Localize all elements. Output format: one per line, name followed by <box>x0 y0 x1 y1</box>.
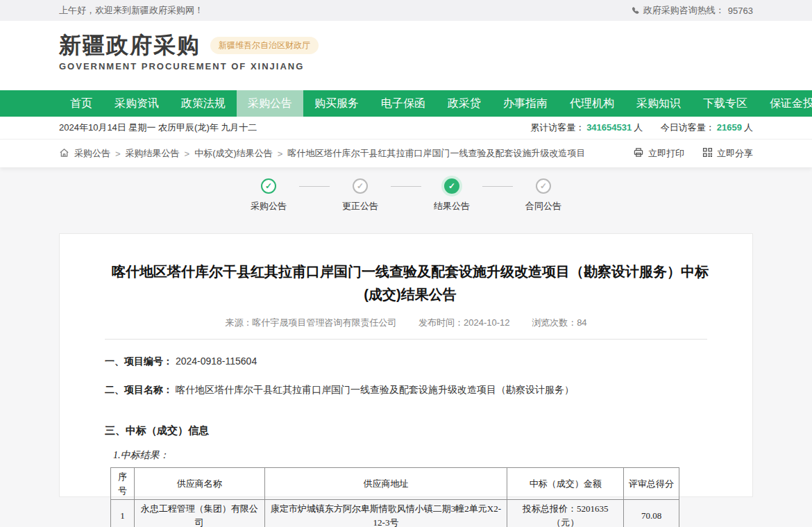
table-row: 1 永忠工程管理（集团）有限公司 康定市炉城镇东方阿尔卑斯情歌风情小镇二期3幢2… <box>111 500 679 527</box>
hotline-number: 95763 <box>728 6 753 16</box>
project-name-value: 喀什地区塔什库尔干县红其拉甫口岸国门一线查验及配套设施升级改造项目（勘察设计服务… <box>176 384 574 395</box>
project-number-value: 2024-0918-115604 <box>176 355 257 367</box>
check-icon: ✓ <box>444 178 459 194</box>
date-text: 2024年10月14日 星期一 农历甲辰(龙)年 九月十二 <box>59 122 257 134</box>
share-label: 立即分享 <box>717 147 753 160</box>
col-header-review-score: 评审总得分 <box>624 468 679 500</box>
finance-dept-badge: 新疆维吾尔自治区财政厅 <box>210 37 319 54</box>
print-label: 立即打印 <box>648 147 684 160</box>
breadcrumb-item-announcements[interactable]: 采购公告 <box>74 147 110 160</box>
project-name-line: 二、项目名称： 喀什地区塔什库尔干县红其拉甫口岸国门一线查验及配套设施升级改造项… <box>105 384 707 396</box>
breadcrumb-separator: > <box>185 149 190 159</box>
nav-item-announcements[interactable]: 采购公告 <box>237 90 303 117</box>
top-utility-bar: 上午好，欢迎来到新疆政府采购网！ 政府采购咨询热线： 95763 <box>0 0 812 21</box>
award-result-table: 序号 供应商名称 供应商地址 中标（成交）金额 评审总得分 1 永忠工程管理（集… <box>110 467 679 527</box>
project-number-line: 一、项目编号： 2024-0918-115604 <box>105 355 707 368</box>
today-visitors-value: 21659 <box>717 122 742 133</box>
today-visitors-label: 今日访客量： <box>661 122 715 133</box>
check-icon: ✓ <box>261 178 276 194</box>
project-name-label: 二、项目名称： <box>105 384 173 395</box>
hotline-label: 政府采购咨询热线： <box>643 4 725 17</box>
breadcrumb: 采购公告 > 采购结果公告 > 中标(成交)结果公告 > 喀什地区塔什库尔干县红… <box>59 147 586 160</box>
step-result-announcement[interactable]: ✓ 结果公告 <box>432 178 472 212</box>
site-header: 新疆政府采购 新疆维吾尔自治区财政厅 GOVERNMENT PROCUREMEN… <box>0 21 812 90</box>
nav-item-service-guide[interactable]: 办事指南 <box>492 90 559 117</box>
award-result-label: 1.中标结果： <box>113 449 707 462</box>
step-procurement-announcement[interactable]: ✓ 采购公告 <box>248 178 289 212</box>
step-correction-announcement[interactable]: ✓ 更正公告 <box>340 178 380 212</box>
printer-icon <box>633 147 644 160</box>
total-visitors-value: 341654531 <box>586 122 632 133</box>
col-header-supplier-address: 供应商地址 <box>264 468 507 500</box>
award-info-heading: 三、中标（成交）信息 <box>105 424 707 437</box>
view-count-text: 浏览次数：84 <box>532 317 586 328</box>
info-bar: 2024年10月14日 星期一 农历甲辰(龙)年 九月十二 累计访客量：3416… <box>0 117 812 140</box>
main-nav: 首页 采购资讯 政策法规 采购公告 购买服务 电子保函 政采贷 办事指南 代理机… <box>0 90 812 117</box>
step-connector <box>299 186 330 187</box>
breadcrumb-item-current: 喀什地区塔什库尔干县红其拉甫口岸国门一线查验及配套设施升级改造项目（勘察设计服务… <box>287 147 586 160</box>
announcement-card: 喀什地区塔什库尔干县红其拉甫口岸国门一线查验及配套设施升级改造项目（勘察设计服务… <box>59 233 753 497</box>
step-connector <box>391 186 421 187</box>
step-contract-announcement[interactable]: ✓ 合同公告 <box>523 178 564 212</box>
breadcrumb-bar: 采购公告 > 采购结果公告 > 中标(成交)结果公告 > 喀什地区塔什库尔干县红… <box>0 140 812 167</box>
nav-item-purchase-services[interactable]: 购买服务 <box>303 90 370 117</box>
nav-item-policies[interactable]: 政策法规 <box>170 90 237 117</box>
meta-divider <box>105 339 707 340</box>
announcement-progress: ✓ 采购公告 ✓ 更正公告 ✓ 结果公告 ✓ 合同公告 <box>0 167 812 219</box>
visitor-stats: 累计访客量：341654531人 今日访客量：21659人 <box>530 122 753 134</box>
breadcrumb-item-award-results[interactable]: 中标(成交)结果公告 <box>194 147 273 160</box>
nav-item-e-guarantee[interactable]: 电子保函 <box>370 90 437 117</box>
announcement-title: 喀什地区塔什库尔干县红其拉甫口岸国门一线查验及配套设施升级改造项目（勘察设计服务… <box>105 260 716 306</box>
nav-item-procurement-news[interactable]: 采购资讯 <box>103 90 170 117</box>
share-button[interactable]: 立即分享 <box>702 147 753 160</box>
site-logo[interactable]: 新疆政府采购 <box>59 33 201 58</box>
nav-item-gov-loan[interactable]: 政采贷 <box>437 90 492 117</box>
total-visitors-unit: 人 <box>634 122 643 133</box>
home-icon[interactable] <box>59 148 69 160</box>
nav-item-home[interactable]: 首页 <box>59 90 103 117</box>
print-button[interactable]: 立即打印 <box>633 147 684 160</box>
cell-supplier-address: 康定市炉城镇东方阿尔卑斯情歌风情小镇二期3幢2单元X2-12-3号 <box>264 500 507 527</box>
cell-review-score: 70.08 <box>624 500 679 527</box>
today-visitors-unit: 人 <box>744 122 753 133</box>
site-subtitle-en: GOVERNMENT PROCUREMENT OF XINJIANG <box>59 61 753 72</box>
phone-icon <box>631 6 640 15</box>
breadcrumb-item-result-announcements[interactable]: 采购结果公告 <box>126 147 180 160</box>
col-header-supplier-name: 供应商名称 <box>134 468 264 500</box>
col-header-award-amount: 中标（成交）金额 <box>507 468 624 500</box>
nav-item-knowledge[interactable]: 采购知识 <box>625 90 692 117</box>
nav-item-deposit-complaint[interactable]: 保证金投诉 <box>759 90 812 117</box>
cell-supplier-name: 永忠工程管理（集团）有限公司 <box>134 500 264 527</box>
publish-date-text: 发布时间：2024-10-12 <box>418 317 510 328</box>
source-text: 来源：喀什宇晟项目管理咨询有限责任公司 <box>225 317 396 328</box>
project-number-label: 一、项目编号： <box>105 355 173 367</box>
cell-index: 1 <box>111 500 135 527</box>
nav-item-downloads[interactable]: 下载专区 <box>692 90 759 117</box>
hotline: 政府采购咨询热线： 95763 <box>631 4 753 17</box>
qr-share-icon <box>702 147 713 160</box>
nav-item-agencies[interactable]: 代理机构 <box>559 90 625 117</box>
table-header-row: 序号 供应商名称 供应商地址 中标（成交）金额 评审总得分 <box>111 468 679 500</box>
cell-award-amount: 投标总报价：5201635（元） <box>507 500 624 527</box>
breadcrumb-separator: > <box>278 149 283 159</box>
check-icon: ✓ <box>353 178 368 194</box>
welcome-text: 上午好，欢迎来到新疆政府采购网！ <box>59 4 203 17</box>
step-connector <box>482 186 513 187</box>
announcement-meta: 来源：喀什宇晟项目管理咨询有限责任公司 发布时间：2024-10-12 浏览次数… <box>105 317 707 329</box>
col-header-index: 序号 <box>111 468 135 500</box>
breadcrumb-separator: > <box>115 149 121 159</box>
check-icon: ✓ <box>536 178 551 194</box>
total-visitors-label: 累计访客量： <box>530 122 584 133</box>
